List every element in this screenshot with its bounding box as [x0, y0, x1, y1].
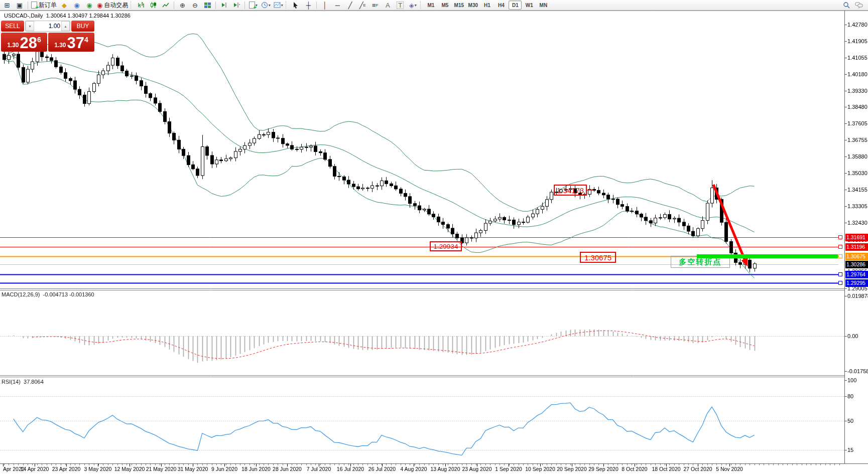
toolbar-separator	[131, 2, 133, 9]
templates-button[interactable]: ▾	[272, 1, 284, 10]
toolbar-separator	[286, 2, 288, 9]
tile-windows-button[interactable]	[201, 1, 213, 10]
line-chart-icon	[162, 2, 170, 9]
vertical-line-button[interactable]: │	[319, 1, 331, 10]
trendline-icon: ╱	[348, 2, 352, 9]
new-order-icon: +	[31, 2, 37, 9]
timeframe-m1[interactable]: M1	[424, 1, 437, 10]
sell-price[interactable]: 1.30 28 6	[1, 33, 47, 52]
buy-price[interactable]: 1.30 37 4	[48, 33, 94, 52]
sell-price-sup: 6	[37, 36, 41, 44]
chat-icon	[855, 2, 863, 9]
macd-label: MACD(12,26,9) -0.004713 -0.001360	[2, 291, 94, 297]
shapes-button[interactable]: ◈▾	[407, 1, 419, 10]
volume-decrease-button[interactable]: ▾	[26, 21, 34, 31]
annotation-swing-high-text: 1.34173	[557, 186, 584, 195]
zoom-out-button[interactable]: ⊖	[189, 1, 201, 10]
tile-windows-icon	[204, 2, 211, 9]
horizontal-line-icon: ─	[335, 2, 340, 9]
cursor-button[interactable]	[290, 1, 302, 10]
trendline-button[interactable]: ╱	[344, 1, 356, 10]
candlestick-chart-button[interactable]	[147, 1, 159, 10]
timeframe-group: M1M5M15M30H1H4D1W1MN	[424, 1, 550, 10]
fibonacci-button[interactable]: ≡F	[369, 1, 381, 10]
sell-price-prefix: 1.30	[7, 42, 19, 49]
toolbar-separator	[28, 2, 28, 9]
chart-shift-button[interactable]	[230, 1, 242, 10]
buy-price-big: 37	[67, 35, 84, 51]
new-order-label: 新订单	[39, 1, 57, 10]
timeframe-h4[interactable]: H4	[494, 1, 508, 10]
volume-increase-button[interactable]: ▴	[61, 21, 70, 31]
annotation-support-mid-text: 1.30675	[584, 253, 611, 262]
window-icon: ⊞	[5, 2, 10, 9]
buy-button[interactable]: BUY	[71, 21, 94, 32]
main-toolbar: ⊞ ▣ + 新订单 ◆ ◉ ◉ ◉ 自动交易 ⊕ ⊖	[0, 0, 868, 11]
periods-button[interactable]: ▾	[260, 1, 272, 10]
search-button[interactable]	[840, 1, 852, 10]
zoom-in-button[interactable]: ⊕	[176, 1, 188, 10]
search-icon	[843, 2, 850, 9]
timeframe-d1[interactable]: D1	[509, 1, 522, 10]
text-icon: A	[386, 2, 390, 9]
buy-price-prefix: 1.30	[54, 42, 66, 49]
zoom-out-icon: ⊖	[192, 2, 198, 9]
text-button[interactable]: A	[382, 1, 394, 10]
sell-button[interactable]: SELL	[1, 21, 24, 32]
data-window-icon: ◉	[74, 2, 79, 9]
auto-scroll-button[interactable]	[218, 1, 230, 10]
annotation-swing-high: 1.34173	[554, 185, 587, 196]
timeframe-w1[interactable]: W1	[523, 1, 536, 10]
zoom-in-icon: ⊕	[180, 2, 185, 9]
signal-button[interactable]: ◉	[83, 1, 95, 10]
indicators-icon: +	[249, 2, 255, 9]
preview-icon: ▣	[17, 2, 23, 9]
macd-name: MACD(12,26,9)	[2, 291, 40, 297]
autotrade-label: 自动交易	[104, 1, 128, 10]
volume-field-group: ▾ ▴	[25, 21, 70, 32]
mt4-window: ⊞ ▣ + 新订单 ◆ ◉ ◉ ◉ 自动交易 ⊕ ⊖	[0, 0, 868, 475]
bar-chart-icon	[137, 2, 145, 9]
annotation-support-mid: 1.30675	[580, 252, 616, 263]
text-label-button[interactable]: T	[394, 1, 406, 10]
buy-price-sup: 4	[84, 36, 88, 44]
chart-preview-icon[interactable]: ▣	[14, 1, 26, 10]
clock-icon	[261, 2, 268, 9]
crosshair-button[interactable]: ┼	[302, 1, 314, 10]
chart-canvas[interactable]	[0, 0, 868, 475]
chevron-down-icon: ▾	[281, 3, 283, 8]
chevron-down-icon: ▾	[415, 3, 417, 8]
chart-window-icon[interactable]: ⊞	[1, 1, 13, 10]
text-label-icon: T	[397, 2, 404, 9]
line-chart-button[interactable]	[160, 1, 172, 10]
timeframe-m15[interactable]: M15	[452, 1, 465, 10]
chat-button[interactable]	[853, 1, 865, 10]
sell-price-big: 28	[20, 35, 37, 51]
annotation-swing-low: 1.29934	[430, 241, 462, 251]
candlestick-chart-icon	[150, 2, 157, 9]
signal-icon: ◉	[86, 2, 92, 9]
new-order-button[interactable]: + 新订单	[30, 1, 58, 10]
chart-symbol-period: USDCAD-,Daily	[4, 13, 43, 19]
autotrade-button[interactable]: ◉ 自动交易	[96, 1, 129, 10]
cursor-icon	[293, 2, 299, 9]
equidistant-channel-button[interactable]: ╱E	[356, 1, 368, 10]
support-zone-bar	[697, 254, 838, 258]
bar-chart-button[interactable]	[135, 1, 147, 10]
indicators-button[interactable]: + ▾	[247, 1, 259, 10]
market-watch-button[interactable]: ◆	[58, 1, 70, 10]
horizontal-line-button[interactable]: ─	[331, 1, 343, 10]
market-watch-icon: ◆	[62, 2, 67, 9]
annotation-pivot-text: 多空转折点	[679, 257, 722, 267]
volume-input[interactable]	[34, 21, 61, 31]
timeframe-h1[interactable]: H1	[480, 1, 493, 10]
auto-scroll-icon	[220, 2, 227, 8]
channel-e-label: E	[363, 3, 366, 8]
data-window-button[interactable]: ◉	[71, 1, 83, 10]
one-click-trading-panel: SELL ▾ ▴ BUY 1.30 28 6 1.30 37 4	[1, 21, 94, 52]
timeframe-m30[interactable]: M30	[466, 1, 479, 10]
shapes-icon: ◈	[409, 2, 414, 9]
chart-title: USDCAD-,Daily 1.30064 1.30497 1.29844 1.…	[4, 13, 131, 19]
timeframe-m5[interactable]: M5	[438, 1, 451, 10]
timeframe-mn[interactable]: MN	[537, 1, 550, 10]
